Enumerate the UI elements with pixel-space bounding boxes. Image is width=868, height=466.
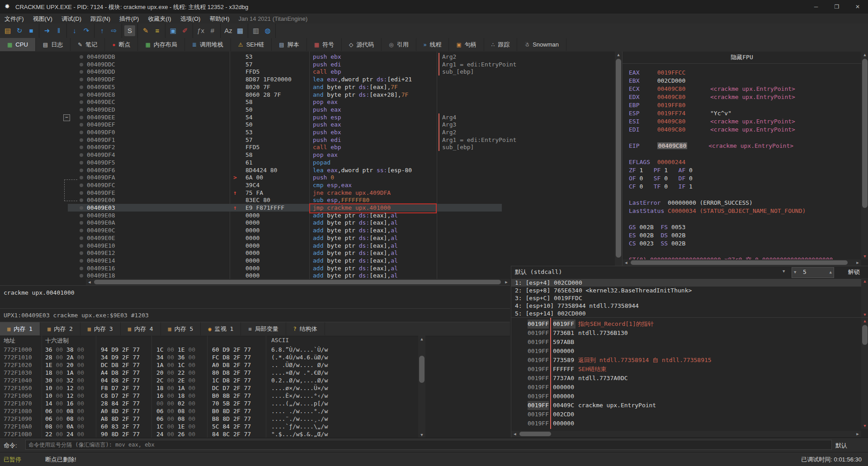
tab-跟踪[interactable]: ∴跟踪 bbox=[484, 38, 518, 51]
disasm-row[interactable]: 00409DDF8D87 1F020000lea eax,dword ptr d… bbox=[0, 75, 613, 83]
functions-icon[interactable]: ƒx bbox=[195, 25, 206, 36]
breakpoint-dot[interactable] bbox=[80, 221, 83, 225]
breakpoint-dot[interactable] bbox=[80, 138, 83, 142]
breakpoint-dot[interactable] bbox=[80, 116, 83, 119]
breakpoint-dot[interactable] bbox=[80, 153, 83, 157]
argument-row[interactable]: 4: [esp+10] 77358944 ntdll.77358944 bbox=[511, 302, 861, 310]
tab-调用堆栈[interactable]: ≣调用堆栈 bbox=[185, 38, 231, 51]
disasm-row[interactable]: 00409DEF50push eaxArg3 bbox=[0, 121, 613, 128]
tab-符号[interactable]: ▦符号 bbox=[307, 38, 342, 51]
breakpoint-dot[interactable] bbox=[80, 229, 83, 232]
disasm-row[interactable]: 00409E100000add byte ptr ds:[eax],al bbox=[0, 242, 613, 249]
menu-item[interactable]: 收藏夹(I) bbox=[143, 14, 175, 24]
comments-icon[interactable]: ≡ bbox=[152, 25, 163, 36]
crash-dump-icon[interactable]: # bbox=[207, 25, 218, 36]
tab-句柄[interactable]: ▣句柄 bbox=[449, 38, 484, 51]
breakpoint-dot[interactable] bbox=[80, 251, 83, 255]
argument-row[interactable]: 3: [esp+C] 0019FFDC bbox=[511, 294, 861, 302]
chevron-down-icon[interactable]: ▼ bbox=[783, 269, 785, 273]
run-to-user-code-icon[interactable]: ⇨ bbox=[108, 25, 119, 36]
step-over-icon[interactable]: ↷ bbox=[81, 25, 92, 36]
args-vscrollbar[interactable]: ▲ ▼ bbox=[861, 278, 868, 318]
disasm-row[interactable]: 00409DE58020 7Fand byte ptr ds:[eax],7F bbox=[0, 83, 613, 91]
disasm-row[interactable]: 00409DF157push ediArg1 = edi:EntryPoint bbox=[0, 136, 613, 144]
tab-结构体[interactable]: ?结构体 bbox=[286, 322, 325, 335]
disasm-row[interactable]: 00409E0A0000add byte ptr ds:[eax],al bbox=[0, 219, 613, 226]
collapse-icon[interactable]: − bbox=[63, 114, 70, 121]
unlock-button[interactable]: 解锁 bbox=[848, 268, 860, 276]
labels-icon[interactable]: ▣ bbox=[168, 25, 179, 36]
register-row[interactable]: CS 0023 SS 002B bbox=[629, 240, 685, 248]
breakpoint-dot[interactable] bbox=[80, 176, 83, 179]
tab-内存 1[interactable]: ▦内存 1 bbox=[0, 322, 40, 335]
disasm-row[interactable]: 00409DF68D4424 80lea eax,dword ptr ss:[e… bbox=[0, 166, 613, 174]
step-into-icon[interactable]: ↓ bbox=[69, 25, 80, 36]
breakpoint-dot[interactable] bbox=[80, 184, 83, 187]
register-row[interactable]: ESI 00409C80 <crackme upx.EntryPoint> bbox=[629, 118, 795, 126]
tab-内存 2[interactable]: ▦内存 2 bbox=[40, 322, 80, 335]
argument-row[interactable]: 1: [esp+4] 002CD000 bbox=[511, 279, 861, 287]
disasm-row[interactable]: 00409E0C0000add byte ptr ds:[eax],al bbox=[0, 226, 613, 234]
breakpoint-dot[interactable] bbox=[80, 274, 83, 278]
disasm-row[interactable]: 00409E080000add byte ptr ds:[eax],al bbox=[0, 212, 613, 219]
strings-icon[interactable]: Az bbox=[223, 25, 234, 36]
stack-hscrollbar[interactable]: ◀ ▶ bbox=[511, 431, 861, 437]
run-icon[interactable]: ➜ bbox=[42, 25, 52, 36]
tab-CPU[interactable]: ▦CPU bbox=[0, 38, 36, 51]
execute-till-return-icon[interactable]: ↑ bbox=[97, 25, 108, 36]
breakpoint-dot[interactable] bbox=[80, 100, 83, 104]
register-row[interactable]: GS 002B FS 0053 bbox=[629, 223, 685, 231]
breakpoint-dot[interactable] bbox=[80, 108, 83, 112]
breakpoint-dot[interactable] bbox=[80, 70, 83, 74]
tab-监视 1[interactable]: ◉监视 1 bbox=[201, 322, 241, 335]
register-row[interactable]: EIP 00409C80 <crackme upx.EntryPoint> bbox=[629, 142, 793, 150]
disasm-row[interactable]: 00409DDDFFD5call ebpsub_[ebp] bbox=[0, 68, 613, 75]
tab-内存 4[interactable]: ▦内存 4 bbox=[121, 322, 161, 335]
tab-SEH链[interactable]: ⚠SEH链 bbox=[231, 38, 272, 51]
register-row[interactable]: ECX 00409C80 <crackme upx.EntryPoint> bbox=[629, 85, 795, 93]
breakpoint-dot[interactable] bbox=[80, 214, 83, 217]
disasm-row[interactable]: ↑00409DFE75 FAjne crackme upx.409DFA bbox=[0, 189, 613, 197]
disasm-row[interactable]: 00409DDC57push ediArg1 = edi:EntryPoint bbox=[0, 61, 613, 68]
tab-断点[interactable]: ●断点 bbox=[105, 38, 138, 51]
disasm-row[interactable]: 00409DE88060 28 7Fand byte ptr ds:[eax+2… bbox=[0, 91, 613, 99]
disasm-row[interactable]: 00409DEC58pop eax bbox=[0, 98, 613, 106]
breakpoint-dot[interactable] bbox=[80, 55, 83, 59]
disasm-row[interactable]: 00409E120000add byte ptr ds:[eax],al bbox=[0, 249, 613, 257]
menu-item[interactable]: 帮助(H) bbox=[205, 14, 234, 24]
tab-线程[interactable]: »线程 bbox=[416, 38, 449, 51]
breakpoint-dot[interactable] bbox=[80, 123, 83, 127]
breakpoint-dot[interactable] bbox=[80, 146, 83, 149]
argument-row[interactable]: 2: [esp+8] 765E6340 <kernel32.BaseThread… bbox=[511, 287, 861, 294]
breakpoint-dot[interactable] bbox=[80, 259, 83, 263]
breakpoint-dot[interactable] bbox=[80, 236, 83, 240]
registers-hscrollbar[interactable]: ◀ ▶ bbox=[623, 259, 861, 266]
calling-convention-select[interactable]: 默认 (stdcall) bbox=[515, 268, 562, 276]
tab-脚本[interactable]: ▤脚本 bbox=[272, 38, 307, 51]
close-button[interactable]: ✕ bbox=[847, 0, 868, 14]
tab-引用[interactable]: ◎引用 bbox=[382, 38, 416, 51]
disasm-row[interactable]: 00409DF458pop eax bbox=[0, 151, 613, 159]
disasm-row[interactable]: 00409E0E0000add byte ptr ds:[eax],al bbox=[0, 234, 613, 242]
highlight-icon[interactable]: ✐ bbox=[179, 25, 190, 36]
register-row[interactable]: CF 0 TF 0 IF 1 bbox=[629, 183, 693, 191]
menu-item[interactable]: 视图(V) bbox=[28, 14, 57, 24]
tab-局部变量[interactable]: ≡局部变量 bbox=[241, 322, 286, 335]
stack-vscrollbar[interactable]: ▲ ▼ bbox=[861, 318, 868, 429]
tab-内存布局[interactable]: ▦内存布局 bbox=[138, 38, 184, 51]
register-row[interactable]: EDX 00409C80 <crackme upx.EntryPoint> bbox=[629, 93, 795, 101]
menu-item[interactable]: 跟踪(N) bbox=[86, 14, 115, 24]
register-row[interactable]: EAX 0019FFCC bbox=[629, 69, 685, 77]
disasm-row[interactable]: >00409DFA6A 00push 0 bbox=[0, 174, 613, 181]
disasm-row[interactable]: 00409DF561popad bbox=[0, 159, 613, 166]
tab-源代码[interactable]: ◇源代码 bbox=[342, 38, 382, 51]
disasm-hscrollbar[interactable]: ◀ ▶ bbox=[86, 279, 510, 285]
arg-count-spinner[interactable]: ▼ 5 ▲ bbox=[792, 267, 834, 278]
tab-内存 5[interactable]: ▦内存 5 bbox=[161, 322, 201, 335]
open-file-icon[interactable]: ▤ bbox=[2, 25, 13, 36]
disasm-row[interactable]: 00409E0083EC 80sub esp,FFFFFF80 bbox=[0, 196, 613, 204]
disasm-row[interactable]: 00409DF2FFD5call ebpsub_[ebp] bbox=[0, 143, 613, 151]
tab-笔记[interactable]: ✎笔记 bbox=[71, 38, 105, 51]
skip-system-breakpoint-icon[interactable]: S bbox=[124, 25, 135, 36]
register-row[interactable]: ZF 1 PF 1 AF 0 bbox=[629, 166, 693, 174]
